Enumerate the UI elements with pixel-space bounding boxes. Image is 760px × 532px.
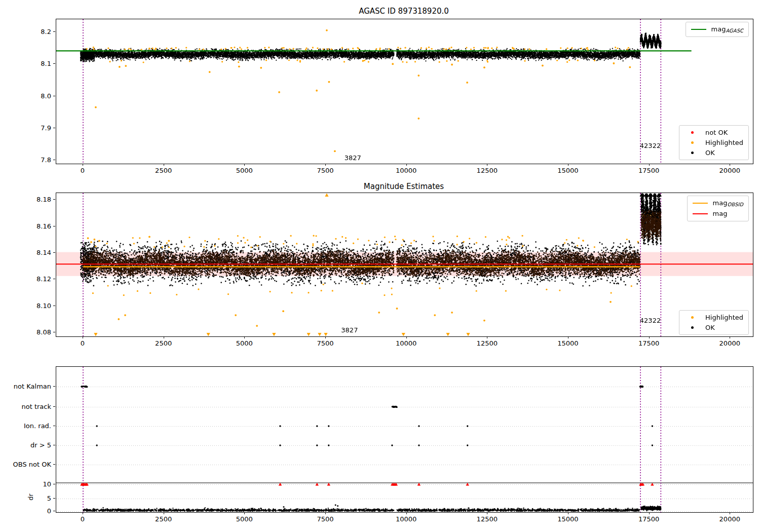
legend-entry: Highlighted [685, 139, 743, 146]
x-tick-mark [568, 512, 568, 514]
x-tick-mark [487, 336, 487, 338]
obsid-annotation: 42322 [640, 141, 661, 149]
x-tick-label: 15000 [557, 515, 578, 523]
y-tick-label: 8.1 [41, 60, 51, 67]
y-tick-mark [53, 306, 55, 306]
legend-mag-agasc: magAGASC [686, 22, 749, 37]
y-tick-mark [53, 226, 55, 226]
x-tick-mark [325, 512, 326, 514]
x-tick-mark [487, 164, 487, 166]
y-tick-mark [53, 63, 55, 64]
legend-label-main: mag [713, 199, 728, 207]
legend-label: not OK [705, 129, 728, 136]
magnitude-estimates-canvas [56, 193, 753, 336]
x-tick-mark [730, 512, 730, 514]
legend-entry: not OK [685, 129, 743, 136]
x-tick-label: 10000 [396, 515, 416, 523]
x-tick-label: 17500 [638, 339, 659, 347]
obsid-annotation: 3827 [345, 154, 361, 161]
x-tick-mark [649, 512, 650, 514]
y-tick-mark [53, 31, 55, 32]
x-tick-label: 2500 [155, 167, 172, 174]
y-tick-label: 8.18 [36, 196, 51, 203]
x-tick-mark [83, 336, 83, 338]
x-tick-mark [730, 164, 730, 166]
flags-dr-plot-area [56, 366, 753, 513]
flag-row-label: OBS not OK [13, 461, 52, 468]
x-tick-mark [730, 336, 730, 338]
matplotlib-figure: AGASC ID 897318920.0 Magnitude Estimates… [0, 0, 760, 532]
dr-tick-mark [53, 484, 55, 484]
y-tick-label: 8.14 [36, 248, 51, 256]
legend-marker-dot [691, 141, 694, 144]
flag-tick-mark [53, 445, 55, 445]
dr-tick-mark [53, 511, 55, 511]
legend-entry: OK [685, 149, 743, 157]
flag-tick-mark [53, 464, 55, 465]
y-tick-label: 8.08 [36, 328, 51, 336]
flag-row-label: not track [21, 403, 51, 410]
x-tick-mark [83, 164, 83, 166]
x-tick-label: 15000 [557, 339, 578, 347]
legend-highlighted-ok: HighlightedOK [679, 310, 749, 335]
legend-line-sample [693, 213, 708, 214]
x-tick-label: 5000 [236, 515, 253, 523]
legend-entry: magOBSID [693, 199, 743, 207]
y-tick-label: 8.2 [41, 27, 51, 35]
dr-tick-mark [53, 498, 55, 499]
y-tick-label: 8.16 [36, 222, 51, 230]
x-tick-label: 20000 [719, 515, 740, 523]
y-tick-mark [53, 128, 55, 128]
legend-label: magOBSID [713, 199, 743, 207]
x-tick-mark [244, 336, 245, 338]
flag-row-label: Ion. rad. [24, 422, 51, 430]
legend-line-sample [693, 203, 708, 204]
x-tick-mark [244, 512, 245, 514]
legend-entry: mag [693, 210, 743, 218]
x-tick-label: 2500 [155, 515, 172, 523]
x-tick-label: 7500 [317, 515, 333, 523]
x-tick-label: 0 [81, 339, 85, 347]
obsid-annotation: 42322 [640, 316, 661, 324]
x-tick-mark [568, 336, 568, 338]
top-chart-title: AGASC ID 897318920.0 [359, 7, 449, 16]
y-tick-mark [53, 252, 55, 253]
x-tick-label: 10000 [396, 167, 416, 174]
legend-entry: magAGASC [691, 25, 743, 33]
legend-label: OK [705, 149, 715, 157]
legend-label-main: mag [711, 25, 726, 33]
legend-entry: OK [685, 324, 743, 331]
flag-tick-mark [53, 386, 55, 387]
x-tick-label: 12500 [477, 515, 498, 523]
x-tick-mark [406, 164, 407, 166]
x-tick-mark [406, 336, 407, 338]
flag-row-label: not Kalman [14, 383, 51, 390]
legend-label: OK [705, 324, 715, 331]
legend-label: mag [713, 210, 728, 218]
x-tick-mark [487, 512, 487, 514]
x-tick-mark [164, 512, 164, 514]
x-tick-mark [406, 512, 407, 514]
flags-dr-canvas [56, 367, 753, 512]
x-tick-label: 17500 [638, 167, 659, 174]
y-tick-label: 8.10 [36, 301, 51, 309]
x-tick-label: 17500 [638, 515, 659, 523]
middle-chart-title: Magnitude Estimates [364, 182, 444, 191]
x-tick-label: 5000 [236, 167, 253, 174]
y-tick-label: 7.8 [41, 156, 51, 164]
x-tick-mark [244, 164, 245, 166]
x-tick-mark [325, 336, 326, 338]
y-tick-mark [53, 199, 55, 200]
legend-label: magAGASC [711, 25, 743, 33]
x-tick-mark [649, 164, 650, 166]
legend-label: Highlighted [705, 314, 743, 321]
flag-tick-mark [53, 426, 55, 426]
x-tick-label: 7500 [317, 339, 333, 347]
y-tick-mark [53, 279, 55, 279]
x-tick-label: 15000 [557, 167, 578, 174]
x-tick-mark [164, 164, 164, 166]
x-tick-label: 2500 [155, 339, 172, 347]
x-tick-label: 12500 [477, 167, 498, 174]
x-tick-label: 12500 [477, 339, 498, 347]
y-tick-mark [53, 96, 55, 96]
